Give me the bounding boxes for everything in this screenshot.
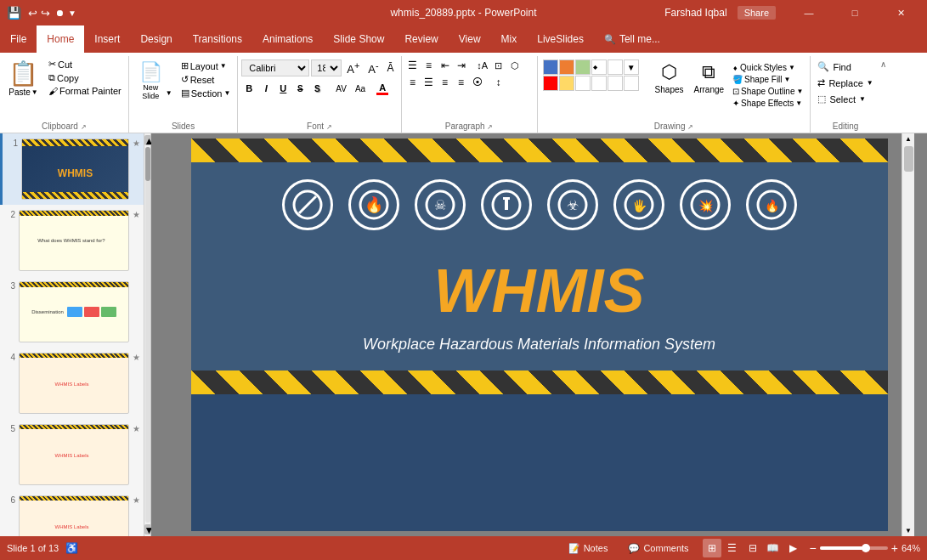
increase-indent-button[interactable]: ⇥	[454, 58, 469, 73]
new-slide-dropdown-icon[interactable]: ▼	[166, 89, 172, 102]
select-dropdown[interactable]: ▼	[859, 95, 866, 103]
replace-button[interactable]: ⇄ Replace ▼	[814, 76, 876, 90]
slide-panel-scrollbar[interactable]: ▲ ▼	[144, 133, 151, 536]
shape-fill-button[interactable]: 🪣 Shape Fill ▼	[731, 74, 805, 85]
para-expand-icon[interactable]: ↗	[487, 123, 493, 131]
canvas-scroll-thumb[interactable]	[904, 146, 913, 172]
align-right-button[interactable]: ≡	[438, 75, 453, 90]
line-spacing-button[interactable]: ↕	[491, 75, 506, 90]
zoom-level[interactable]: 64%	[902, 543, 920, 553]
slide-sorter-button[interactable]: ⊟	[743, 539, 762, 557]
bullets-button[interactable]: ☰	[405, 58, 421, 73]
copy-button[interactable]: ⧉ Copy	[45, 71, 125, 84]
quick-styles-dropdown[interactable]: ▼	[789, 64, 795, 71]
change-case-button[interactable]: Aa	[352, 82, 369, 95]
reset-button[interactable]: ↺ Reset	[178, 73, 235, 86]
menu-home[interactable]: Home	[37, 25, 84, 53]
shape-outline-button[interactable]: ⊡ Shape Outline ▼	[731, 86, 805, 97]
section-dropdown[interactable]: ▼	[223, 89, 230, 97]
shape-item-7[interactable]	[559, 76, 574, 91]
format-painter-button[interactable]: 🖌 Format Painter	[45, 85, 125, 97]
menu-transitions[interactable]: Transitions	[183, 25, 252, 53]
reading-view-button[interactable]: 📖	[764, 539, 783, 557]
smartart-button[interactable]: ⬡	[507, 58, 523, 73]
character-spacing-button[interactable]: AV	[332, 82, 350, 95]
layout-dropdown[interactable]: ▼	[220, 62, 227, 70]
menu-animations[interactable]: Animations	[252, 25, 323, 53]
zoom-slider[interactable]	[820, 546, 888, 550]
decrease-indent-button[interactable]: ⇤	[438, 58, 453, 73]
menu-tellme[interactable]: 🔍 Tell me...	[594, 25, 670, 53]
share-button[interactable]: Share	[738, 6, 776, 20]
section-button[interactable]: ▤ Section ▼	[178, 87, 235, 99]
align-left-button[interactable]: ≡	[405, 75, 421, 90]
shape-item-3[interactable]	[575, 59, 591, 75]
slide-thumb-4[interactable]: 4 WHMIS Labels ★	[0, 348, 144, 419]
slide-thumb-6[interactable]: 6 WHMIS Labels ★	[0, 490, 144, 536]
center-button[interactable]: ☰	[421, 75, 437, 90]
maximize-button[interactable]: □	[835, 0, 874, 25]
layout-button[interactable]: ⊞ Layout ▼	[178, 59, 235, 72]
shape-outline-dropdown[interactable]: ▼	[796, 88, 803, 95]
select-button[interactable]: ⬚ Select ▼	[814, 92, 869, 106]
comments-button[interactable]: 💬 Comments	[621, 541, 695, 556]
canvas-scrollbar[interactable]: ▲ ▼	[902, 133, 914, 536]
undo-icon[interactable]: ↩	[28, 7, 37, 20]
italic-button[interactable]: I	[258, 81, 274, 96]
numbering-button[interactable]: ≡	[421, 58, 437, 73]
shape-effects-dropdown[interactable]: ▼	[795, 99, 802, 107]
menu-slideshow[interactable]: Slide Show	[323, 25, 394, 53]
canvas-scroll-up[interactable]: ▲	[903, 133, 913, 144]
font-color-button[interactable]: A	[376, 82, 388, 95]
shape-item-6[interactable]	[543, 76, 558, 91]
outline-view-button[interactable]: ☰	[723, 539, 742, 557]
font-size-select[interactable]: 18	[311, 59, 342, 76]
notes-button[interactable]: 📝 Notes	[562, 541, 615, 556]
paste-button[interactable]: 📋 Paste ▼	[3, 58, 43, 99]
clear-format-button[interactable]: Ā	[384, 60, 398, 76]
scroll-up-button[interactable]: ▲	[144, 135, 151, 145]
ribbon-expand-button[interactable]: ∧	[880, 56, 893, 133]
save-icon[interactable]: 💾	[7, 6, 21, 20]
columns-button[interactable]: ⦿	[470, 75, 485, 90]
shape-item-10[interactable]	[608, 76, 623, 91]
quick-styles-button[interactable]: ⬧ Quick Styles ▼	[731, 61, 805, 73]
slide-thumb-5[interactable]: 5 WHMIS Labels ★	[0, 419, 144, 490]
drawing-expand-icon[interactable]: ↗	[687, 123, 693, 131]
cut-button[interactable]: ✂ Cut	[45, 58, 125, 71]
zoom-in-icon[interactable]: +	[891, 541, 898, 555]
zoom-out-icon[interactable]: −	[810, 541, 817, 555]
font-name-select[interactable]: Calibri	[241, 59, 309, 76]
shapes-button[interactable]: ⬡ Shapes	[652, 59, 687, 96]
canvas-scroll-down[interactable]: ▼	[903, 525, 913, 536]
shape-item-9[interactable]	[591, 76, 607, 91]
shape-item-2[interactable]	[559, 59, 574, 75]
slide-thumb-1[interactable]: 1 WHMIS ★	[0, 133, 144, 205]
shape-item-8[interactable]	[575, 76, 591, 91]
text-direction-button[interactable]: ↕A	[475, 58, 490, 73]
shape-fill-dropdown[interactable]: ▼	[784, 76, 791, 83]
menu-design[interactable]: Design	[130, 25, 182, 53]
decrease-font-button[interactable]: A-	[365, 59, 382, 77]
slideshow-button[interactable]: ▶	[784, 539, 803, 557]
redo-icon[interactable]: ↪	[41, 7, 50, 20]
shape-item-4[interactable]: ⬥	[591, 59, 607, 75]
find-button[interactable]: 🔍 Find	[814, 59, 854, 74]
arrange-button[interactable]: ⧉ Arrange	[691, 59, 728, 96]
zoom-thumb[interactable]	[862, 544, 870, 552]
slide-thumb-2[interactable]: 2 What does WHMIS stand for? ★	[0, 205, 144, 276]
new-slide-button[interactable]: 📄 New Slide ▼	[133, 58, 176, 104]
strikethrough-button[interactable]: S	[292, 81, 308, 96]
scroll-thumb[interactable]	[145, 147, 150, 181]
record-icon[interactable]: ⏺	[55, 8, 65, 18]
shape-effects-button[interactable]: ✦ Shape Effects ▼	[731, 98, 805, 109]
menu-view[interactable]: View	[449, 25, 491, 53]
justify-button[interactable]: ≡	[454, 75, 469, 90]
align-text-button[interactable]: ⊡	[491, 58, 506, 73]
menu-mix[interactable]: Mix	[491, 25, 528, 53]
shape-item-1[interactable]	[543, 59, 558, 75]
menu-liveslides[interactable]: LiveSlides	[527, 25, 594, 53]
font-expand-icon[interactable]: ↗	[326, 123, 332, 131]
shape-dropdown[interactable]: ▼	[624, 59, 639, 75]
customize-icon[interactable]: ▼	[68, 8, 76, 18]
